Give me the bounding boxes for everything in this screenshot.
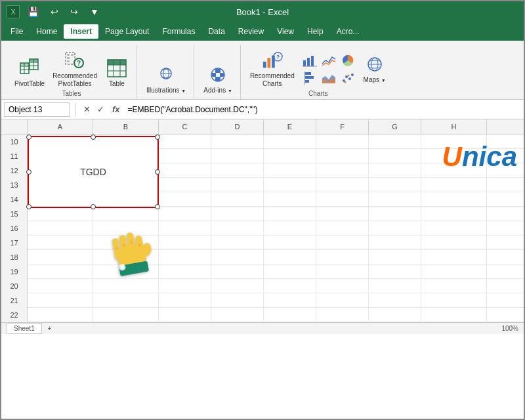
maps-button[interactable]: Maps ▼ — [360, 52, 389, 86]
bar-chart-button[interactable] — [301, 70, 318, 86]
cell-g12[interactable] — [369, 163, 421, 178]
cell-g11[interactable] — [369, 149, 421, 163]
cell-c13[interactable] — [159, 178, 211, 192]
resize-handle-bm[interactable] — [91, 204, 96, 209]
cell-e22[interactable] — [264, 308, 316, 322]
cell-b15[interactable] — [93, 207, 159, 221]
cell-g16[interactable] — [369, 221, 421, 236]
cell-b18[interactable] — [93, 250, 159, 264]
cell-h14[interactable] — [421, 192, 487, 207]
cell-d18[interactable] — [211, 250, 264, 264]
menu-data[interactable]: Data — [201, 24, 231, 39]
cell-a21[interactable] — [28, 293, 93, 308]
col-header-a[interactable]: A — [28, 119, 93, 134]
cell-f22[interactable] — [316, 308, 369, 322]
column-chart-button[interactable] — [301, 52, 318, 68]
cell-c10[interactable] — [159, 135, 211, 149]
cell-a19[interactable] — [28, 264, 93, 279]
cell-a22[interactable] — [28, 308, 93, 322]
cell-g15[interactable] — [369, 207, 421, 221]
cell-a18[interactable] — [28, 250, 93, 264]
cell-g19[interactable] — [369, 264, 421, 279]
menu-review[interactable]: Review — [232, 24, 270, 39]
cell-b17[interactable] — [93, 236, 159, 250]
cell-h17[interactable] — [421, 236, 487, 250]
formula-input[interactable] — [125, 104, 521, 116]
cell-c11[interactable] — [159, 149, 211, 163]
cell-g22[interactable] — [369, 308, 421, 322]
resize-handle-mr[interactable] — [155, 169, 160, 175]
resize-handle-tr[interactable] — [155, 135, 160, 140]
col-header-b[interactable]: B — [93, 119, 159, 134]
cell-c15[interactable] — [159, 207, 211, 221]
cell-e12[interactable] — [264, 163, 316, 178]
cell-h15[interactable] — [421, 207, 487, 221]
cell-f12[interactable] — [316, 163, 369, 178]
menu-acrobat[interactable]: Acro... — [330, 24, 366, 39]
cell-e16[interactable] — [264, 221, 316, 236]
cell-e19[interactable] — [264, 264, 316, 279]
cell-d22[interactable] — [211, 308, 264, 322]
cell-d14[interactable] — [211, 192, 264, 207]
pie-chart-button[interactable] — [339, 52, 356, 68]
addins-button[interactable]: Add-ins ▼ — [201, 62, 235, 96]
pivot-table-button[interactable]: PivotTable — [12, 56, 47, 90]
cell-e20[interactable] — [264, 279, 316, 293]
cell-c16[interactable] — [159, 221, 211, 236]
cell-b22[interactable] — [93, 308, 159, 322]
area-chart-button[interactable] — [320, 70, 337, 86]
add-sheet-button[interactable]: + — [43, 324, 55, 333]
cell-h21[interactable] — [421, 293, 487, 308]
cell-g18[interactable] — [369, 250, 421, 264]
cell-g13[interactable] — [369, 178, 421, 192]
cell-c17[interactable] — [159, 236, 211, 250]
customize-button[interactable]: ▼ — [86, 5, 103, 18]
cell-f15[interactable] — [316, 207, 369, 221]
cell-c19[interactable] — [159, 264, 211, 279]
cell-h19[interactable] — [421, 264, 487, 279]
illustrations-button[interactable]: Illustrations ▼ — [144, 62, 188, 96]
cell-d19[interactable] — [211, 264, 264, 279]
resize-handle-tl[interactable] — [26, 135, 32, 140]
cell-e14[interactable] — [264, 192, 316, 207]
recommended-charts-button[interactable]: ? RecommendedCharts — [247, 48, 297, 90]
cell-d17[interactable] — [211, 236, 264, 250]
cell-f19[interactable] — [316, 264, 369, 279]
resize-handle-br[interactable] — [155, 204, 160, 209]
cell-h16[interactable] — [421, 221, 487, 236]
cell-f18[interactable] — [316, 250, 369, 264]
cell-g21[interactable] — [369, 293, 421, 308]
resize-handle-tm[interactable] — [91, 135, 96, 140]
embedded-object[interactable]: TGDD — [28, 136, 159, 208]
cell-f17[interactable] — [316, 236, 369, 250]
menu-help[interactable]: Help — [301, 24, 330, 39]
name-box[interactable]: Object 13 — [4, 102, 70, 117]
cell-f11[interactable] — [316, 149, 369, 163]
col-header-g[interactable]: G — [369, 119, 421, 134]
menu-insert[interactable]: Insert — [64, 24, 98, 39]
col-header-e[interactable]: E — [264, 119, 316, 134]
cell-c22[interactable] — [159, 308, 211, 322]
cell-c21[interactable] — [159, 293, 211, 308]
cell-g17[interactable] — [369, 236, 421, 250]
resize-handle-ml[interactable] — [26, 169, 32, 175]
cell-f13[interactable] — [316, 178, 369, 192]
cell-b19[interactable] — [93, 264, 159, 279]
save-button[interactable]: 💾 — [24, 5, 43, 18]
menu-formulas[interactable]: Formulas — [156, 24, 201, 39]
cell-e21[interactable] — [264, 293, 316, 308]
cell-f20[interactable] — [316, 279, 369, 293]
cell-f21[interactable] — [316, 293, 369, 308]
cell-e17[interactable] — [264, 236, 316, 250]
cell-e18[interactable] — [264, 250, 316, 264]
col-header-d[interactable]: D — [211, 119, 264, 134]
cell-d12[interactable] — [211, 163, 264, 178]
cell-f16[interactable] — [316, 221, 369, 236]
cell-a17[interactable] — [28, 236, 93, 250]
table-button[interactable]: Table — [102, 56, 131, 90]
cell-c18[interactable] — [159, 250, 211, 264]
cell-b16[interactable] — [93, 221, 159, 236]
cell-c12[interactable] — [159, 163, 211, 178]
menu-page-layout[interactable]: Page Layout — [98, 24, 156, 39]
menu-view[interactable]: View — [270, 24, 301, 39]
